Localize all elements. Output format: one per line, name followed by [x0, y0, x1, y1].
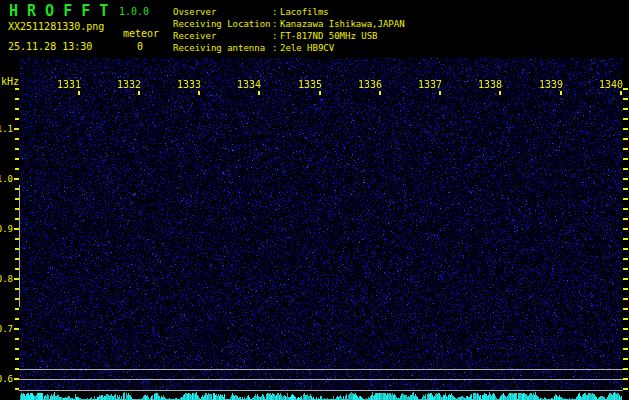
info-separator: : [272, 6, 280, 18]
freq-minor-tick [15, 338, 19, 340]
output-filename: XX2511281330.png [8, 21, 104, 32]
right-axis-tick [623, 188, 628, 190]
right-axis-tick [623, 98, 628, 100]
freq-minor-tick [15, 148, 19, 150]
right-axis-tick [623, 228, 628, 230]
vertical-marker-line [19, 185, 20, 307]
right-axis-tick [623, 378, 628, 380]
time-tick [258, 91, 260, 95]
app-title: H R O F F T [9, 2, 108, 20]
time-tick-label: 1339 [539, 79, 563, 90]
right-axis-tick [623, 258, 628, 260]
right-axis-tick [623, 248, 628, 250]
info-label: Receiver [173, 30, 272, 42]
time-tick [78, 91, 80, 95]
time-tick [560, 91, 562, 95]
right-axis-tick [623, 158, 628, 160]
spectrogram-canvas [20, 58, 622, 400]
freq-minor-tick [15, 138, 19, 140]
right-axis-tick [623, 168, 628, 170]
right-axis-tick [623, 348, 628, 350]
right-axis-tick [623, 108, 628, 110]
right-axis-tick [623, 358, 628, 360]
freq-minor-tick [15, 168, 19, 170]
freq-minor-tick [15, 158, 19, 160]
info-row-observer: Ovserver:Lacofilms [173, 6, 405, 18]
freq-tick-label: 1.1 [0, 124, 13, 135]
right-axis-tick [623, 178, 628, 180]
right-axis-tick [623, 298, 628, 300]
right-axis-tick [623, 318, 628, 320]
freq-minor-tick [15, 108, 19, 110]
hrofft-window: H R O F F T 1.0.0 XX2511281330.png meteo… [0, 0, 629, 400]
info-separator: : [272, 18, 280, 30]
freq-minor-tick [15, 318, 19, 320]
time-tick-label: 1336 [358, 79, 382, 90]
freq-tick-label: 0.8 [0, 274, 13, 285]
horizontal-marker-line [19, 379, 623, 380]
info-value: FT-817ND 50MHz USB [280, 30, 378, 42]
right-axis-tick [623, 238, 628, 240]
time-tick [198, 91, 200, 95]
app-version: 1.0.0 [119, 6, 149, 17]
info-label: Receiving antenna [173, 42, 272, 54]
freq-minor-tick [15, 88, 19, 90]
freq-major-tick [14, 178, 19, 180]
right-axis-tick [623, 368, 628, 370]
time-tick-label: 1335 [298, 79, 322, 90]
info-separator: : [272, 42, 280, 54]
freq-major-tick [14, 128, 19, 130]
horizontal-marker-line [19, 390, 623, 391]
time-tick-label: 1340 [599, 79, 623, 90]
right-axis-tick [623, 328, 628, 330]
right-axis-tick [623, 138, 628, 140]
time-tick [319, 91, 321, 95]
right-axis-tick [623, 148, 628, 150]
right-axis-tick [623, 288, 628, 290]
meteor-count: 0 [137, 41, 143, 52]
time-tick-label: 1332 [117, 79, 141, 90]
freq-minor-tick [15, 358, 19, 360]
info-label: Ovserver [173, 6, 272, 18]
frequency-unit-label: kHz [1, 76, 19, 87]
right-axis-tick [623, 198, 628, 200]
right-axis-tick [623, 128, 628, 130]
right-axis-tick [623, 208, 628, 210]
time-tick [379, 91, 381, 95]
freq-tick-label: 0.7 [0, 324, 13, 335]
time-tick-label: 1331 [57, 79, 81, 90]
info-value: Lacofilms [280, 6, 329, 18]
freq-major-tick [14, 328, 19, 330]
right-axis-tick [623, 88, 628, 90]
info-row-receiver: Receiver:FT-817ND 50MHz USB [173, 30, 405, 42]
right-axis-tick [623, 388, 628, 390]
right-axis-tick [623, 338, 628, 340]
freq-minor-tick [15, 118, 19, 120]
observer-info: Ovserver:Lacofilms Receiving Location:Ka… [173, 6, 405, 54]
time-tick-label: 1337 [418, 79, 442, 90]
info-value: Kanazawa Ishikawa,JAPAN [280, 18, 405, 30]
time-tick-label: 1333 [177, 79, 201, 90]
freq-minor-tick [15, 308, 19, 310]
info-row-antenna: Receiving antenna:2ele HB9CV [173, 42, 405, 54]
info-separator: : [272, 30, 280, 42]
horizontal-marker-line [19, 369, 623, 370]
right-axis-tick [623, 218, 628, 220]
time-tick [620, 91, 622, 95]
freq-tick-label: 0.6 [0, 374, 13, 385]
mode-label: meteor [123, 28, 159, 39]
right-axis-tick [623, 118, 628, 120]
datetime-label: 25.11.28 13:30 [8, 41, 92, 52]
freq-minor-tick [15, 348, 19, 350]
time-tick [499, 91, 501, 95]
info-label: Receiving Location [173, 18, 272, 30]
freq-tick-label: 1.0 [0, 174, 13, 185]
freq-tick-label: 0.9 [0, 224, 13, 235]
info-row-location: Receiving Location:Kanazawa Ishikawa,JAP… [173, 18, 405, 30]
right-axis-tick [623, 278, 628, 280]
time-tick [439, 91, 441, 95]
info-value: 2ele HB9CV [280, 42, 334, 54]
right-axis-tick [623, 308, 628, 310]
freq-minor-tick [15, 98, 19, 100]
time-tick-label: 1338 [478, 79, 502, 90]
